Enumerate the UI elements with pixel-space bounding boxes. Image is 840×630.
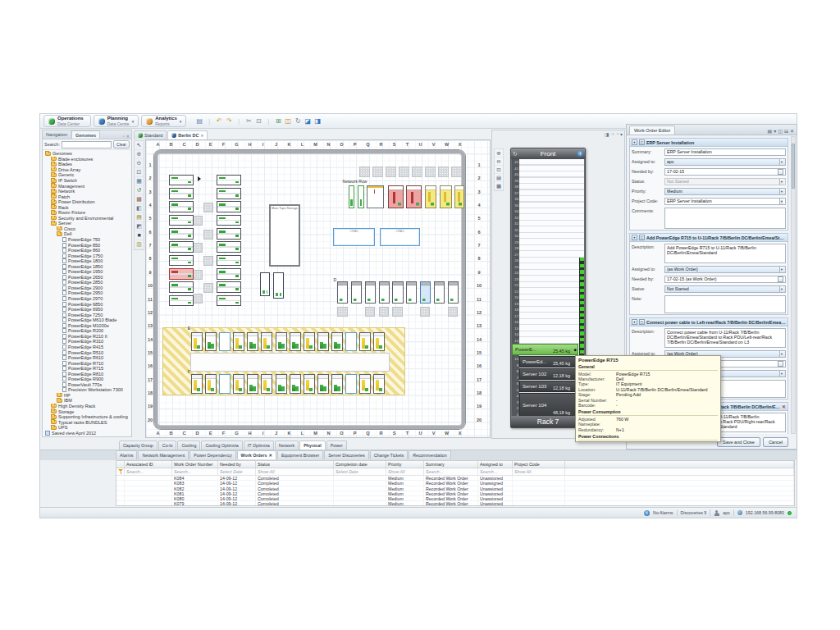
dropdown-select[interactable]: apc▾ xyxy=(664,158,786,166)
floor-rack[interactable] xyxy=(434,281,445,304)
delete-section-icon[interactable]: ✕ xyxy=(782,404,786,409)
bottom-panel-tab[interactable]: Equipment Browser xyxy=(277,450,323,459)
bottom-panel-tab[interactable]: Recommendation xyxy=(409,450,451,459)
work-order-editor-tab[interactable]: Work Order Editor xyxy=(629,126,675,135)
floor-rack[interactable] xyxy=(217,215,241,226)
filter-cell[interactable]: Show All xyxy=(513,468,565,475)
floor-rack[interactable] xyxy=(359,374,371,393)
dropdown-select[interactable]: (as Work Order)▾ xyxy=(664,266,786,273)
window-icon[interactable]: ✕ xyxy=(790,128,794,134)
rotate-view-icon[interactable]: ↻ xyxy=(513,148,518,159)
text-input[interactable]: ERP Server Installation xyxy=(664,148,786,156)
floor-rack[interactable] xyxy=(373,374,385,393)
toolbar-icon[interactable]: | xyxy=(205,116,213,126)
bottom-panel-tab[interactable]: Power Dependency xyxy=(189,450,235,459)
toolbar-icon[interactable]: ◨ xyxy=(313,116,322,126)
textarea-input[interactable]: Connect power cable from U-11/Rack 7/B/B… xyxy=(664,328,786,348)
floor-rack[interactable] xyxy=(217,281,241,293)
window-icon[interactable]: ▾ xyxy=(774,128,776,134)
rack-tool-icon[interactable]: ▦ xyxy=(495,182,503,190)
window-icon[interactable]: ✕ xyxy=(126,134,130,139)
floor-rack[interactable] xyxy=(169,188,194,199)
section-header-button[interactable]: ◫ xyxy=(639,139,645,145)
floor-rack[interactable] xyxy=(169,175,194,186)
perspective-tab[interactable]: Physical xyxy=(299,441,326,450)
close-icon[interactable]: ✕ xyxy=(269,453,272,458)
column-header[interactable]: Needed by xyxy=(218,461,256,468)
section-header-button[interactable]: ◫ xyxy=(639,235,645,240)
storage-area[interactable]: Main Tape Storage xyxy=(269,204,300,267)
dropdown-arrow-icon[interactable]: ▾ xyxy=(779,159,783,165)
filter-cell[interactable] xyxy=(565,468,794,475)
close-icon[interactable]: ✕ xyxy=(200,134,203,138)
floor-rack[interactable] xyxy=(233,332,244,351)
work-order-section-header[interactable]: ▾◫Add PowerEdge R715 to U-11/Rack 7/B/Be… xyxy=(630,234,788,242)
section-header-button[interactable]: ▾ xyxy=(632,235,637,240)
floorplan-tool-icon[interactable]: ■ xyxy=(135,231,144,240)
floor-rack[interactable] xyxy=(217,268,241,280)
dropdown-select[interactable]: Medium▾ xyxy=(664,188,786,195)
filter-cell[interactable]: Search... xyxy=(172,468,218,475)
toolbar-icon[interactable]: ▤ xyxy=(195,116,203,126)
perspective-tab[interactable]: IT Optimiza xyxy=(244,441,274,450)
perspective-tab[interactable]: Cooling Optimiza xyxy=(201,441,242,450)
floor-rack[interactable] xyxy=(191,374,203,393)
floor-rack[interactable] xyxy=(304,374,315,393)
floorplan-tool-icon[interactable]: ⊕ xyxy=(135,150,144,159)
rack-item[interactable]: PowerEd...25,45 kg xyxy=(519,356,578,368)
calendar-icon[interactable] xyxy=(778,276,783,282)
app-launcher-button[interactable]: PlanningData Centre ▾ xyxy=(94,115,139,127)
floor-rack[interactable] xyxy=(217,241,241,253)
floor-rack[interactable] xyxy=(276,374,287,393)
perspective-tab[interactable]: Co-lo xyxy=(158,441,177,450)
app-launcher-button[interactable]: AnalyticsReports ▾ xyxy=(141,115,186,127)
floorplan-tool-icon[interactable]: ◧ xyxy=(135,204,144,213)
toolbar-icon[interactable]: ↶ xyxy=(215,116,223,126)
floor-rack[interactable] xyxy=(448,281,459,304)
rack-tool-icon[interactable]: ▤ xyxy=(495,174,503,182)
floor-rack[interactable] xyxy=(233,374,244,393)
toolbar-icon[interactable]: ◫ xyxy=(284,116,292,126)
floorplan-tool-icon[interactable]: ◩ xyxy=(135,222,144,231)
filter-cell[interactable]: Search... xyxy=(125,468,172,475)
tree-item[interactable]: Supporting Infrastructure & cooling xyxy=(43,414,130,420)
floor-rack[interactable] xyxy=(260,272,270,296)
floor-rack[interactable] xyxy=(373,332,385,351)
floor-rack[interactable] xyxy=(351,281,362,304)
crac-unit[interactable]: CRAC xyxy=(333,228,375,246)
window-icon[interactable]: ▫ xyxy=(617,131,619,137)
dropdown-arrow-icon[interactable]: ▾ xyxy=(779,351,783,357)
filter-cell[interactable]: Select Date xyxy=(334,468,386,475)
rack-item[interactable]: Server 10448,18 kg xyxy=(519,393,578,417)
rack-item[interactable]: Server 10212,18 kg xyxy=(519,368,578,380)
floor-rack[interactable] xyxy=(406,281,417,304)
floorplan-tool-icon[interactable]: ▦ xyxy=(135,177,144,186)
floorplan-tool-icon[interactable]: ▩ xyxy=(135,195,144,204)
bottom-panel-tab[interactable]: Server Discoveries xyxy=(324,450,368,459)
column-header[interactable]: Completion date xyxy=(334,461,386,468)
table-row[interactable]: K07914-09-12CompletedMediumRecorded Work… xyxy=(116,501,794,506)
sidebar-tab[interactable]: Genomes xyxy=(71,130,100,139)
floor-rack[interactable] xyxy=(331,374,343,393)
cancel-button[interactable]: Cancel xyxy=(763,437,788,447)
window-icon[interactable]: ⊟ xyxy=(784,128,788,134)
floor-rack[interactable] xyxy=(290,332,301,351)
floor-rack[interactable] xyxy=(317,332,329,351)
floor-rack[interactable] xyxy=(217,188,241,199)
floor-rack[interactable] xyxy=(359,332,371,351)
calendar-icon[interactable] xyxy=(778,169,783,175)
toolbar-icon[interactable]: ⊞ xyxy=(274,116,282,126)
section-header-button[interactable]: ▾ xyxy=(632,319,637,325)
floorplan-tool-icon[interactable]: ↺ xyxy=(135,186,144,195)
window-icon[interactable]: ▫ xyxy=(123,134,125,139)
scrollbar-thumb[interactable] xyxy=(792,144,795,189)
floor-rack[interactable] xyxy=(217,175,241,186)
window-icon[interactable]: ▤ xyxy=(768,128,773,134)
toolbar-icon[interactable]: ✂ xyxy=(244,116,253,126)
perspective-tab[interactable]: Cooling xyxy=(177,441,200,450)
floor-rack[interactable] xyxy=(420,281,431,304)
document-tab[interactable]: Berlin DC ✕ xyxy=(167,130,208,139)
floor-rack[interactable] xyxy=(169,255,194,267)
rack-item[interactable]: PowerE...25,45 kg◆ xyxy=(512,344,578,355)
work-order-section-header[interactable]: ▾◫Connect power cable to Left-rear/Rack … xyxy=(630,318,788,326)
